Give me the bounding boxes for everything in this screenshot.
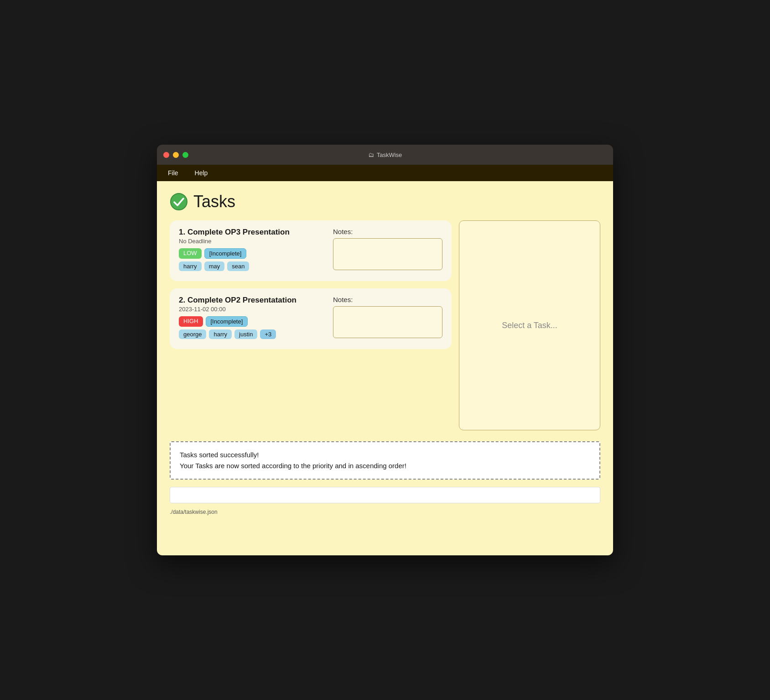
task-deadline-1: No Deadline (179, 238, 324, 245)
window-title: 🗂 TaskWise (368, 151, 402, 158)
select-task-placeholder: Select a Task... (502, 321, 557, 330)
person-badge-harry-2: harry (209, 329, 232, 339)
menu-help[interactable]: Help (191, 167, 212, 178)
task-title-1: 1. Complete OP3 Presentation (179, 228, 324, 237)
task-notes-1: Notes: (333, 228, 442, 270)
priority-badge-2: HIGH (179, 316, 203, 327)
main-area: 1. Complete OP3 Presentation No Deadline… (170, 220, 600, 430)
notes-label-1: Notes: (333, 228, 442, 235)
person-badge-justin: justin (234, 329, 257, 339)
page-header: Tasks (170, 192, 600, 211)
status-badge-1: [Incomplete] (204, 248, 247, 259)
task-info-1: 1. Complete OP3 Presentation No Deadline… (179, 228, 324, 274)
task-people-2: george harry justin +3 (179, 329, 324, 339)
content-area: Tasks 1. Complete OP3 Presentation No De… (157, 181, 613, 555)
menubar: File Help (157, 165, 613, 181)
notes-label-2: Notes: (333, 296, 442, 303)
minimize-button[interactable] (173, 152, 179, 158)
person-badge-may-1: may (204, 261, 225, 271)
person-badge-harry-1: harry (179, 261, 202, 271)
svg-point-0 (171, 193, 187, 210)
notification-area: Tasks sorted successfully! Your Tasks ar… (170, 441, 600, 480)
traffic-lights (163, 152, 188, 158)
person-badge-george: george (179, 329, 206, 339)
task-title-2: 2. Complete OP2 Presentatation (179, 296, 324, 305)
notes-textarea-1[interactable] (333, 238, 442, 270)
tasks-list: 1. Complete OP3 Presentation No Deadline… (170, 220, 452, 430)
maximize-button[interactable] (182, 152, 188, 158)
menu-file[interactable]: File (164, 167, 182, 178)
title-label: TaskWise (377, 151, 402, 158)
command-bar[interactable] (170, 487, 600, 503)
more-badge-2: +3 (260, 329, 276, 339)
task-badges-1: LOW [Incomplete] (179, 248, 324, 259)
title-icon: 🗂 (368, 151, 374, 158)
notification-line-2: Your Tasks are now sorted according to t… (180, 460, 590, 471)
page-title: Tasks (193, 192, 235, 211)
close-button[interactable] (163, 152, 169, 158)
task-card-1[interactable]: 1. Complete OP3 Presentation No Deadline… (170, 220, 452, 281)
notes-textarea-2[interactable] (333, 306, 442, 338)
person-badge-sean-1: sean (227, 261, 249, 271)
priority-badge-1: LOW (179, 248, 202, 259)
taskwise-icon (170, 193, 188, 211)
task-badges-2: HIGH [Incomplete] (179, 316, 324, 327)
task-info-2: 2. Complete OP2 Presentatation 2023-11-0… (179, 296, 324, 342)
status-bar: ./data/taskwise.json (170, 508, 600, 516)
task-card-2[interactable]: 2. Complete OP2 Presentatation 2023-11-0… (170, 288, 452, 349)
task-notes-2: Notes: (333, 296, 442, 338)
task-people-1: harry may sean (179, 261, 324, 271)
app-window: 🗂 TaskWise File Help Tasks 1. (157, 145, 613, 555)
detail-panel[interactable]: Select a Task... (459, 220, 600, 430)
status-badge-2: [Incomplete] (206, 316, 248, 327)
task-deadline-2: 2023-11-02 00:00 (179, 306, 324, 313)
notification-line-1: Tasks sorted successfully! (180, 449, 590, 460)
titlebar: 🗂 TaskWise (157, 145, 613, 165)
